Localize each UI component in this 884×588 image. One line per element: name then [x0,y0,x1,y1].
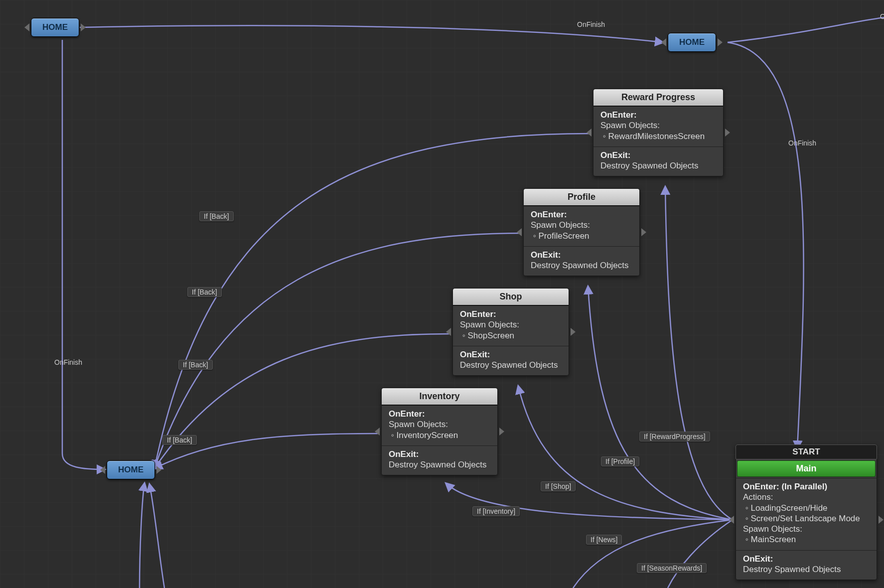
spawn-item: ProfileScreen [538,231,589,241]
onenter-label: OnEnter: [600,110,716,120]
main-label: Main [737,460,876,477]
node-title: Profile [524,189,639,206]
graph-canvas[interactable]: HOME HOME HOME Reward Progress OnEnter: … [0,0,884,588]
chevron-right-icon [499,428,504,436]
start-label: START [736,444,877,459]
chevron-left-icon [24,23,29,31]
spawn-label: Spawn Objects: [531,220,632,230]
onexit-label: OnExit: [531,250,632,260]
edge-label-on-partial: On [876,12,884,21]
spawn-item: InventoryScreen [396,431,458,440]
chevron-right-icon [725,129,730,137]
onenter-label: OnEnter: [531,209,632,220]
actions-label: Actions: [743,492,870,502]
chevron-left-icon [661,38,666,46]
chevron-left-icon [729,516,734,524]
spawn-label: Spawn Objects: [460,319,562,330]
edge-label-if-news: If [News] [586,535,622,545]
chevron-right-icon [156,466,161,474]
node-title: Shop [453,289,569,305]
edge-label-if-profile: If [Profile] [601,456,639,466]
edge-label-onfinish: OnFinish [50,358,86,367]
home-label: HOME [679,37,705,47]
onenter-label: OnEnter: [389,409,490,419]
chevron-left-icon [587,129,591,137]
spawn-label: Spawn Objects: [389,419,490,430]
action-item: LoadingScreen/Hide [750,503,827,513]
edge-label-if-rewardprogress: If [RewardProgress] [639,432,710,441]
home-label: HOME [118,465,144,474]
state-node-main[interactable]: START Main OnEnter: (In Parallel) Action… [736,444,877,580]
spawn-item: RewardMilestonesScreen [608,132,705,141]
node-title: Inventory [382,388,497,405]
action-item: Screen/Set Landscape Mode [750,514,860,523]
chevron-left-icon [517,228,522,236]
destroy-label: Destroy Spawned Objects [531,260,632,271]
state-node-profile[interactable]: Profile OnEnter: Spawn Objects: ◦ Profil… [523,188,640,276]
spawn-label: Spawn Objects: [743,524,870,534]
onexit-label: OnExit: [600,150,716,160]
edge-label-if-inventory: If [Inventory] [472,506,520,516]
onenter-label: OnEnter: [460,309,562,319]
edge-label-if-seasonrewards: If [SeasonRewards] [637,563,707,573]
home-node-bottom-left[interactable]: HOME [107,460,155,479]
state-node-reward-progress[interactable]: Reward Progress OnEnter: Spawn Objects: … [593,89,724,176]
home-node-top-left[interactable]: HOME [31,18,79,37]
spawn-label: Spawn Objects: [600,120,716,131]
edge-label-if-back: If [Back] [178,360,213,370]
onexit-label: OnExit: [743,554,870,564]
chevron-right-icon [571,328,576,336]
chevron-right-icon [81,23,86,31]
edge-label-if-shop: If [Shop] [541,481,576,491]
destroy-label: Destroy Spawned Objects [600,160,716,171]
edge-label-onfinish: OnFinish [784,139,820,147]
chevron-right-icon [879,516,884,524]
destroy-label: Destroy Spawned Objects [389,459,490,470]
edge-label-if-back: If [Back] [162,435,197,445]
edge-label-if-back: If [Back] [187,287,222,297]
destroy-label: Destroy Spawned Objects [460,360,562,370]
edge-label-if-back: If [Back] [199,211,234,221]
chevron-right-icon [641,228,646,236]
state-node-inventory[interactable]: Inventory OnEnter: Spawn Objects: ◦ Inve… [381,388,498,475]
chevron-right-icon [718,38,723,46]
home-label: HOME [42,22,68,32]
chevron-left-icon [446,328,451,336]
state-node-shop[interactable]: Shop OnEnter: Spawn Objects: ◦ ShopScree… [452,288,569,376]
node-title: Reward Progress [593,89,723,106]
destroy-label: Destroy Spawned Objects [743,564,870,575]
home-node-top-right[interactable]: HOME [668,33,716,52]
onexit-label: OnExit: [460,349,562,360]
chevron-left-icon [100,466,105,474]
onenter-label: OnEnter: (In Parallel) [743,481,870,492]
chevron-left-icon [375,428,380,436]
onexit-label: OnExit: [389,449,490,459]
edge-label-onfinish: OnFinish [573,20,609,29]
spawn-item: MainScreen [750,535,796,544]
spawn-item: ShopScreen [467,331,514,340]
